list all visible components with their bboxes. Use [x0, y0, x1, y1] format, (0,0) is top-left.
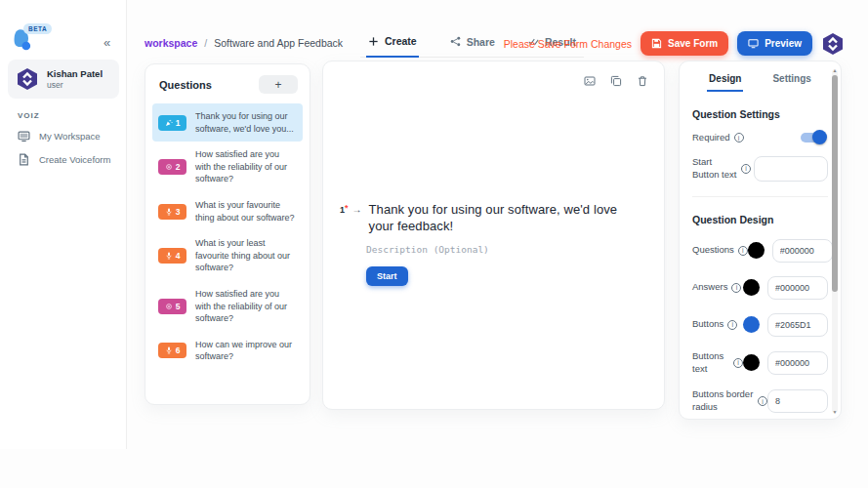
- info-icon: i: [738, 246, 748, 256]
- avatar: [16, 67, 39, 91]
- sidebar-collapse-icon[interactable]: «: [103, 35, 110, 50]
- question-item-text: What is your least favourite thing about…: [195, 237, 297, 274]
- trash-icon[interactable]: [637, 75, 648, 87]
- question-list-item-3[interactable]: 3 What is your favourite thing about our…: [152, 192, 303, 230]
- design-panel-tabs: Design Settings: [692, 71, 828, 92]
- questions-panel-title: Questions: [159, 79, 212, 91]
- opinion-scale-icon: [165, 303, 173, 310]
- sidebar-item-my-workspace[interactable]: My Workspace: [18, 130, 101, 142]
- form-preview-canvas: 1 * → Thank you for using our software, …: [322, 61, 665, 410]
- sidebar: BETA « Kishan Patel user VOIZ My Workspa…: [0, 0, 127, 449]
- question-list-item-2[interactable]: 2 How satisfied are you with the reliabi…: [152, 142, 303, 192]
- question-number: 2: [176, 162, 181, 172]
- question-list-item-4[interactable]: 4 What is your least favourite thing abo…: [152, 230, 303, 281]
- info-icon: i: [734, 133, 744, 142]
- start-button[interactable]: Start: [366, 266, 408, 286]
- tab-settings[interactable]: Settings: [770, 71, 812, 92]
- preview-label: Preview: [765, 38, 802, 49]
- question-list-item-1[interactable]: 1 Thank you for using our software, we'd…: [152, 103, 303, 142]
- breadcrumb-separator: /: [204, 37, 207, 49]
- question-list: 1 Thank you for using our software, we'd…: [145, 100, 310, 374]
- question-number: 3: [176, 207, 181, 217]
- question-item-text: How can we improve our software?: [195, 339, 297, 363]
- question-item-text: What is your favourite thing about our s…: [195, 199, 297, 224]
- info-icon: i: [731, 283, 741, 293]
- sidebar-section-label: VOIZ: [18, 111, 40, 120]
- tab-create[interactable]: Create: [366, 29, 419, 58]
- color-swatch[interactable]: [743, 279, 760, 296]
- plus-icon: [368, 36, 379, 47]
- copy-icon[interactable]: [610, 75, 622, 87]
- field-label: Questions: [692, 244, 734, 257]
- add-question-button[interactable]: +: [259, 75, 298, 94]
- color-swatch[interactable]: [743, 316, 760, 333]
- tab-label: Share: [467, 36, 495, 48]
- header-actions: Please Save Form Changes Save Form Previ…: [504, 31, 845, 56]
- required-row: Required i: [692, 132, 828, 144]
- sidebar-item-create-voiceform[interactable]: Create Voiceform: [18, 153, 110, 166]
- question-settings-title: Question Settings: [692, 108, 828, 120]
- question-design-title: Question Design: [692, 214, 828, 225]
- buttons-text-color-input[interactable]: [767, 351, 828, 375]
- scroll-up-icon[interactable]: ▲: [832, 67, 838, 73]
- user-name: Kishan Patel: [47, 68, 103, 80]
- question-list-item-6[interactable]: 6 How can we improve our software?: [152, 332, 303, 370]
- sidebar-item-label: Create Voiceform: [39, 154, 110, 165]
- buttons-border-radius-input[interactable]: [767, 389, 828, 413]
- question-badge: 4: [158, 248, 186, 264]
- panel-scrollbar[interactable]: ▲ ▼: [832, 69, 838, 413]
- questions-panel: Questions + 1 Thank you for using our so…: [145, 63, 310, 405]
- question-number: 6: [176, 346, 181, 355]
- beta-badge: BETA: [23, 23, 52, 34]
- answers-color-input[interactable]: [767, 276, 828, 300]
- question-badge: 1: [158, 115, 186, 131]
- preview-button[interactable]: Preview: [737, 31, 812, 56]
- tab-share[interactable]: Share: [448, 29, 497, 57]
- save-icon: [651, 38, 662, 49]
- question-item-text: How satisfied are you with the reliabili…: [195, 148, 297, 185]
- opinion-scale-icon: [165, 163, 173, 171]
- required-toggle[interactable]: [801, 132, 826, 143]
- image-icon[interactable]: [584, 75, 596, 87]
- question-text[interactable]: Thank you for using our software, we'd l…: [369, 202, 621, 235]
- question-badge: 2: [158, 159, 186, 175]
- color-swatch[interactable]: [748, 242, 765, 259]
- breadcrumb: workspace / Software and App Feedback: [145, 37, 343, 49]
- required-marker: *: [345, 203, 349, 213]
- breadcrumb-current: Software and App Feedback: [214, 37, 343, 49]
- canvas-toolbar: [584, 75, 648, 87]
- tab-design[interactable]: Design: [707, 71, 743, 92]
- save-form-button[interactable]: Save Form: [641, 31, 728, 56]
- info-icon: i: [727, 320, 737, 330]
- microphone-icon: [165, 208, 173, 216]
- microphone-icon: [165, 252, 173, 260]
- breadcrumb-workspace-link[interactable]: workspace: [145, 37, 197, 49]
- buttons-color-input[interactable]: [767, 313, 828, 337]
- question-number: 5: [176, 302, 181, 311]
- question-list-item-5[interactable]: 5 How satisfied are you with the reliabi…: [152, 281, 303, 332]
- party-popper-icon: [165, 119, 173, 127]
- design-settings-panel: Design Settings Question Settings Requir…: [679, 61, 842, 420]
- start-button-text-input[interactable]: [754, 156, 828, 182]
- question-item-text: Thank you for using our software, we'd l…: [195, 110, 297, 135]
- question-number: 1: [176, 118, 181, 128]
- question-badge: 6: [158, 343, 186, 358]
- required-label: Required: [692, 132, 730, 144]
- scrollbar-thumb[interactable]: [832, 75, 838, 292]
- unsaved-changes-warning: Please Save Form Changes: [504, 38, 632, 50]
- field-label: Buttons text: [692, 350, 729, 376]
- buttons-text-color-row: Buttons text i: [692, 350, 828, 376]
- share-icon: [450, 36, 461, 47]
- answers-color-row: Answers i: [692, 276, 828, 300]
- preview-monitor-icon: [748, 38, 759, 49]
- color-swatch[interactable]: [743, 354, 760, 371]
- arrow-icon: →: [352, 204, 362, 215]
- questions-color-input[interactable]: [772, 239, 833, 263]
- sidebar-item-label: My Workspace: [39, 131, 101, 142]
- user-card[interactable]: Kishan Patel user: [8, 60, 119, 99]
- tab-label: Create: [385, 35, 417, 47]
- info-icon: i: [758, 396, 767, 406]
- scroll-down-icon[interactable]: ▼: [832, 409, 838, 415]
- user-role: user: [47, 80, 103, 90]
- description-placeholder[interactable]: Description (Optional): [366, 244, 633, 255]
